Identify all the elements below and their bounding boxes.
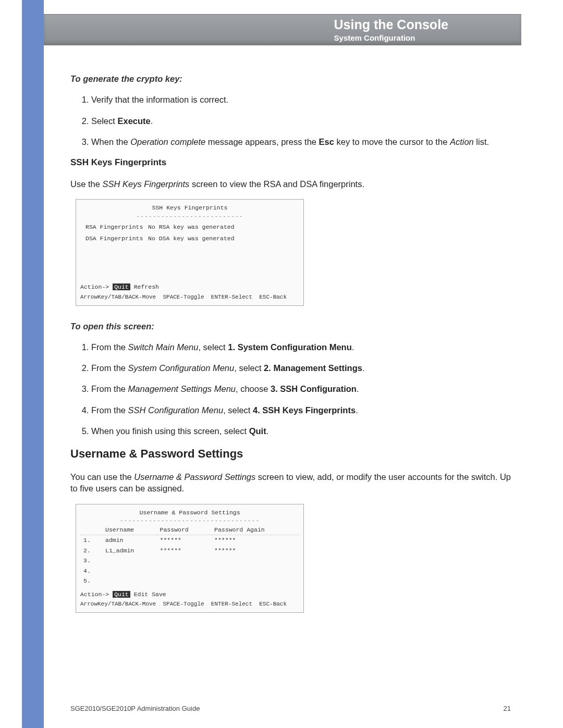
shot1-rsa-value: No RSA key was generated (148, 223, 235, 231)
table-row: 1.admin************ (80, 535, 299, 546)
shot2-table: Username Password Password Again 1.admin… (80, 525, 299, 586)
footer-page-number: 21 (504, 705, 511, 712)
ssh-fingerprints-heading: SSH Keys Fingerprints (70, 157, 511, 169)
shot2-action-quit: Quit (113, 591, 130, 598)
shot1-action-row: Action-> Quit Refresh (80, 283, 299, 291)
shot1-action-quit: Quit (113, 283, 130, 290)
username-password-screenshot: Username & Password Settings -----------… (76, 504, 304, 613)
ssh-fingerprints-desc: Use the SSH Keys Fingerprints screen to … (70, 178, 511, 190)
page-footer: SGE2010/SGE2010P Administration Guide 21 (70, 705, 511, 712)
page-subtitle: System Configuration (334, 33, 448, 42)
shot1-rsa-label: RSA Fingerprints (80, 223, 148, 231)
open-step-1: From the Switch Main Menu, select 1. Sys… (91, 341, 511, 353)
shot1-title-underline: -------------------------- (80, 212, 299, 220)
open-screen-steps: From the Switch Main Menu, select 1. Sys… (70, 341, 511, 437)
page-left-stripe (22, 0, 44, 728)
shot2-action-row: Action-> Quit Edit Save (80, 590, 299, 599)
shot2-col-password: Password (157, 525, 212, 535)
open-step-2: From the System Configuration Menu, sele… (91, 362, 511, 374)
shot1-dsa-label: DSA Fingerprints (80, 235, 148, 243)
page-title: Using the Console (334, 17, 448, 32)
step-2: Select Execute. (91, 115, 511, 127)
shot2-col-username: Username (102, 525, 157, 535)
table-row: 5. (80, 576, 299, 586)
open-screen-heading: To open this screen: (70, 320, 511, 332)
username-password-heading: Username & Password Settings (70, 446, 511, 462)
step-1: Verify that the information is correct. (91, 94, 511, 105)
section-generate-key-heading: To generate the crypto key: (70, 73, 511, 84)
step-3: When the Operation complete message appe… (91, 136, 511, 147)
shot1-title: SSH Keys Fingerprints (80, 204, 299, 212)
table-row: 2.L1_admin************ (80, 546, 299, 556)
shot2-title: Username & Password Settings (80, 509, 299, 517)
shot1-dsa-value: No DSA key was generated (148, 235, 235, 243)
shot2-statusbar: ArrowKey/TAB/BACK-Move SPACE-Toggle ENTE… (80, 600, 299, 608)
open-step-3: From the Management Settings Menu, choos… (91, 383, 511, 394)
table-row: 4. (80, 566, 299, 576)
generate-key-steps: Verify that the information is correct. … (70, 94, 511, 147)
header-band: Using the Console System Configuration (44, 14, 521, 45)
shot2-col-password-again: Password Again (211, 525, 299, 535)
shot1-statusbar: ArrowKey/TAB/BACK-Move SPACE-Toggle ENTE… (80, 293, 299, 301)
shot2-title-underline: ---------------------------------- (80, 516, 299, 525)
open-step-5: When you finish using this screen, selec… (91, 425, 511, 437)
open-step-4: From the SSH Configuration Menu, select … (91, 404, 511, 416)
ssh-fingerprints-screenshot: SSH Keys Fingerprints ------------------… (76, 199, 304, 305)
footer-guide-name: SGE2010/SGE2010P Administration Guide (70, 705, 200, 712)
content-area: To generate the crypto key: Verify that … (70, 73, 511, 627)
username-password-desc: You can use the Username & Password Sett… (70, 471, 511, 495)
table-row: 3. (80, 556, 299, 566)
